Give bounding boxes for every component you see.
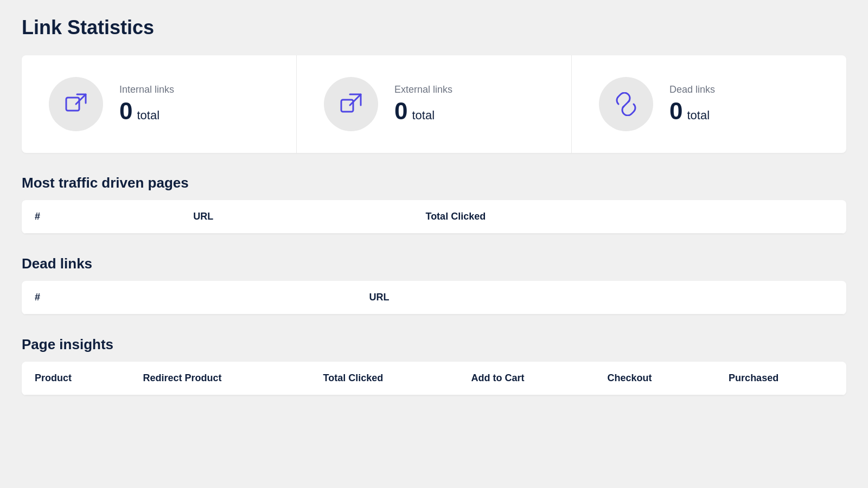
- internal-links-card: Internal links 0 total: [22, 55, 297, 153]
- insights-col-purchased: Purchased: [716, 362, 846, 395]
- traffic-col-hash: #: [22, 200, 180, 234]
- page-insights-table-container: Product Redirect Product Total Clicked A…: [22, 362, 846, 395]
- external-links-info: External links 0 total: [394, 84, 452, 125]
- internal-links-number: 0: [119, 98, 132, 125]
- dead-links-table: # URL: [22, 281, 846, 314]
- dead-col-hash: #: [22, 281, 356, 314]
- dead-links-table-container: # URL: [22, 281, 846, 314]
- dead-links-unit: total: [687, 108, 710, 123]
- svg-rect-1: [341, 100, 353, 112]
- internal-links-unit: total: [137, 108, 159, 123]
- dead-links-number: 0: [669, 98, 682, 125]
- internal-links-value: 0 total: [119, 98, 174, 125]
- internal-link-icon-circle: [49, 77, 103, 131]
- internal-link-icon: [64, 92, 88, 116]
- external-link-icon: [339, 92, 363, 116]
- external-links-unit: total: [412, 108, 435, 123]
- dead-link-icon-circle: [599, 77, 653, 131]
- insights-col-checkout: Checkout: [595, 362, 716, 395]
- dead-links-label: Dead links: [669, 84, 715, 95]
- page-insights-header-row: Product Redirect Product Total Clicked A…: [22, 362, 846, 395]
- traffic-col-url: URL: [180, 200, 412, 234]
- insights-col-clicked: Total Clicked: [310, 362, 458, 395]
- insights-col-cart: Add to Cart: [458, 362, 594, 395]
- dead-links-value: 0 total: [669, 98, 715, 125]
- traffic-table: # URL Total Clicked: [22, 200, 846, 234]
- traffic-col-clicked: Total Clicked: [412, 200, 846, 234]
- external-links-label: External links: [394, 84, 452, 95]
- dead-links-section-title: Dead links: [22, 255, 846, 272]
- dead-col-url: URL: [356, 281, 846, 314]
- insights-col-redirect: Redirect Product: [130, 362, 310, 395]
- dead-links-card: Dead links 0 total: [572, 55, 846, 153]
- stats-row: Internal links 0 total External links 0 …: [22, 55, 846, 153]
- traffic-section-title: Most traffic driven pages: [22, 175, 846, 191]
- external-links-value: 0 total: [394, 98, 452, 125]
- traffic-table-container: # URL Total Clicked: [22, 200, 846, 234]
- insights-col-product: Product: [22, 362, 130, 395]
- page-insights-table: Product Redirect Product Total Clicked A…: [22, 362, 846, 395]
- external-links-card: External links 0 total: [297, 55, 572, 153]
- internal-links-info: Internal links 0 total: [119, 84, 174, 125]
- page-title: Link Statistics: [22, 16, 846, 39]
- internal-links-label: Internal links: [119, 84, 174, 95]
- svg-rect-0: [66, 98, 79, 111]
- traffic-table-header-row: # URL Total Clicked: [22, 200, 846, 234]
- external-link-icon-circle: [324, 77, 378, 131]
- page-insights-title: Page insights: [22, 336, 846, 353]
- dead-link-icon: [614, 92, 638, 116]
- external-links-number: 0: [394, 98, 407, 125]
- page-insights-section: Page insights Product Redirect Product T…: [22, 336, 846, 395]
- dead-links-info: Dead links 0 total: [669, 84, 715, 125]
- dead-links-table-header-row: # URL: [22, 281, 846, 314]
